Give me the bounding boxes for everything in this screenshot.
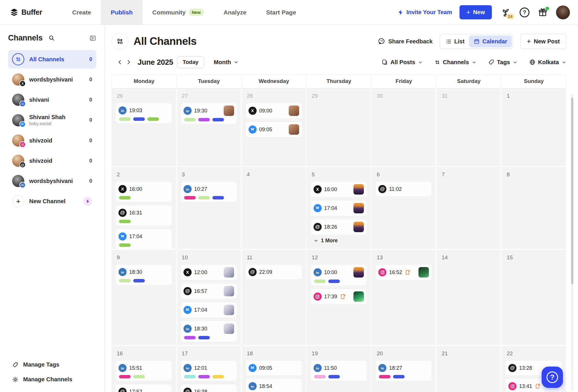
post-time: 16:38 — [194, 389, 207, 392]
calendar-day-1[interactable]: 1 — [501, 88, 566, 167]
streak-indicator[interactable]: 24 — [499, 6, 512, 19]
scheduled-post[interactable]: @16:38 — [180, 384, 237, 392]
sidebar-item-channel[interactable]: shivani0 — [8, 90, 96, 109]
sidebar-item-channel[interactable]: @shivzoid0 — [8, 151, 96, 170]
calendar-day-13[interactable]: 1316:52 — [371, 250, 436, 346]
scheduled-post[interactable]: @16:31 — [115, 205, 172, 226]
scheduled-post[interactable]: 17:04 — [310, 200, 367, 216]
calendar-day-21[interactable]: 21 — [436, 346, 501, 392]
scheduled-post[interactable]: in19:30 — [180, 103, 237, 124]
scheduled-post[interactable]: @22:09 — [245, 264, 302, 280]
collapse-sidebar-icon[interactable] — [89, 35, 96, 42]
scheduled-post[interactable]: in18:30 — [115, 264, 172, 285]
scheduled-post[interactable]: in10:00 — [310, 264, 367, 286]
new-channel-button[interactable]: +New Channel — [8, 192, 96, 210]
scheduled-post[interactable]: @11:02 — [375, 181, 432, 197]
scheduled-post[interactable]: 17:04 — [180, 302, 237, 318]
scheduled-post[interactable]: 17:04 — [115, 229, 172, 250]
calendar-day-11[interactable]: 11@22:09 — [242, 250, 307, 346]
sidebar-item-channel[interactable]: shivzoid0 — [8, 131, 96, 150]
calendar-day-29[interactable]: 29 — [307, 88, 372, 167]
tag-pill-blue — [133, 279, 145, 282]
scrollbar-thumb[interactable] — [571, 98, 573, 284]
all-posts-filter[interactable]: All Posts — [381, 59, 423, 66]
calendar-day-19[interactable]: 19in11:50 — [307, 346, 372, 392]
show-more-button[interactable]: 1 More — [314, 238, 371, 244]
calendar-day-14[interactable]: 14 — [436, 250, 501, 346]
calendar-day-26[interactable]: 26in19:03 — [112, 88, 177, 167]
calendar-day-6[interactable]: 6@11:02 — [371, 167, 436, 250]
scheduled-post[interactable]: 17:39 — [310, 289, 367, 305]
sidebar-item-channel[interactable]: inwordsbyshivani0 — [8, 172, 96, 190]
calendar-day-10[interactable]: 10X12:00@16:5717:04in18:30Show less — [177, 250, 242, 346]
scheduled-post[interactable]: in12:01 — [180, 360, 237, 381]
nav-tab-analyze[interactable]: Analyze — [214, 0, 256, 25]
calendar-day-7[interactable]: 7 — [436, 167, 501, 250]
scheduled-post[interactable]: @17:52 — [115, 384, 172, 392]
scheduled-post[interactable]: @18:26 — [310, 219, 367, 235]
calendar-day-18[interactable]: 1809:05in18:54 — [242, 346, 307, 392]
next-month-button[interactable] — [124, 58, 133, 66]
scheduled-post[interactable]: in19:03 — [115, 103, 172, 124]
calendar-day-16[interactable]: 16in15:51@17:52 — [112, 346, 177, 392]
buffer-logo[interactable]: Buffer — [10, 0, 42, 25]
calendar-day-5[interactable]: 5X16:0017:04@18:261 More — [307, 167, 372, 250]
calendar-day-12[interactable]: 12in10:0017:39 — [307, 250, 372, 346]
scheduled-post[interactable]: in11:50 — [310, 360, 367, 381]
calendar-day-8[interactable]: 8 — [501, 167, 566, 250]
new-post-button[interactable]: + New Post — [520, 34, 566, 49]
nav-tab-start-page[interactable]: Start Page — [256, 0, 306, 25]
calendar-day-4[interactable]: 4 — [242, 167, 307, 250]
gift-icon[interactable] — [537, 7, 549, 18]
scrollbar-track[interactable] — [571, 94, 573, 391]
help-fab[interactable]: ? — [542, 367, 563, 388]
sidebar-item-channel[interactable]: Xwordsbyshivani0 — [8, 70, 96, 89]
calendar-day-15[interactable]: 15 — [501, 250, 566, 346]
calendar-day-3[interactable]: 3in10:27 — [177, 167, 242, 250]
sidebar-item-channel[interactable]: Shivani Shahbsky.social0 — [8, 111, 96, 130]
scheduled-post[interactable]: X09:00 — [245, 103, 302, 119]
scheduled-post[interactable]: in18:30 — [180, 321, 237, 342]
tag-pill-blue — [393, 375, 405, 378]
calendar-day-9[interactable]: 9in18:30 — [112, 250, 177, 346]
manage-tags-button[interactable]: Manage Tags — [8, 358, 96, 371]
calendar-day-31[interactable]: 31 — [436, 88, 501, 167]
new-button[interactable]: + New — [460, 5, 492, 19]
scheduled-post[interactable]: @16:57 — [180, 283, 237, 299]
scheduled-post[interactable]: X16:00 — [115, 181, 172, 202]
user-avatar[interactable] — [556, 5, 570, 19]
help-icon[interactable]: ? — [520, 8, 529, 17]
scheduled-post[interactable]: X16:00 — [310, 181, 367, 197]
scheduled-post[interactable]: in18:54 — [245, 378, 302, 392]
nav-tab-community[interactable]: CommunityNew — [142, 0, 214, 25]
scheduled-post[interactable]: 09:05 — [245, 360, 302, 376]
scheduled-post[interactable]: X12:00 — [180, 264, 237, 280]
scheduled-post[interactable]: in15:51 — [115, 360, 172, 381]
nav-tab-create[interactable]: Create — [62, 0, 101, 25]
list-view-button[interactable]: List — [441, 36, 469, 47]
tags-filter[interactable]: Tags — [488, 59, 518, 66]
scheduled-post[interactable]: in10:27 — [180, 181, 237, 202]
scheduled-post[interactable]: 09:05 — [245, 121, 302, 138]
calendar-day-27[interactable]: 27in19:30 — [177, 88, 242, 167]
calendar-day-17[interactable]: 17in12:01@16:38 — [177, 346, 242, 392]
post-thumbnail — [353, 291, 364, 302]
calendar-day-20[interactable]: 20in18:27 — [371, 346, 436, 392]
scheduled-post[interactable]: in18:27 — [375, 360, 432, 381]
manage-channels-button[interactable]: Manage Channels — [8, 373, 96, 386]
channels-filter[interactable]: Channels — [434, 59, 477, 66]
view-granularity-dropdown[interactable]: Month — [214, 59, 239, 66]
calendar-view-button[interactable]: Calendar — [469, 36, 512, 47]
nav-tab-publish[interactable]: Publish — [101, 0, 142, 25]
calendar-day-2[interactable]: 2X16:00@16:3117:041 More — [112, 167, 177, 250]
sidebar-item-all-channels[interactable]: All Channels0 — [8, 50, 96, 69]
today-button[interactable]: Today — [177, 56, 204, 68]
calendar-day-30[interactable]: 30 — [371, 88, 436, 167]
timezone-filter[interactable]: Kolkata — [529, 59, 566, 66]
search-icon[interactable] — [48, 35, 55, 41]
scheduled-post[interactable]: 16:52 — [375, 264, 432, 280]
calendar-day-28[interactable]: 28X09:0009:05 — [242, 88, 307, 167]
share-feedback-button[interactable]: Share Feedback — [378, 38, 432, 45]
prev-month-button[interactable] — [116, 58, 124, 66]
invite-your-team-link[interactable]: Invite Your Team — [397, 9, 452, 16]
